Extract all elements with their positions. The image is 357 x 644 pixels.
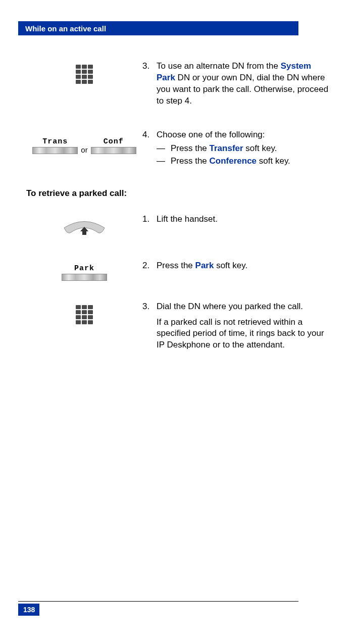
step-number: 3. [142,301,157,313]
step-b1-text: 1. Lift the handset. [142,214,331,240]
text-fragment: Press the [157,261,195,270]
step-b3-icon-col [26,301,142,352]
step-body: Lift the handset. [157,214,331,225]
step-row-b3: 3. Dial the DN where you parked the call… [26,301,331,352]
footer-rule [18,601,298,602]
step-b2-icon-col: Park [26,260,142,281]
softkey-label-trans: Trans [42,137,68,146]
step-row-4: Trans or Conf 4. Choose one of the follo… [26,129,331,168]
step-body: Choose one of the following: [157,129,331,141]
text-fragment: Press the [171,143,210,153]
step-b3-text: 3. Dial the DN where you parked the call… [142,301,331,352]
softkey-or: or [81,145,87,154]
step-row-b1: 1. Lift the handset. [26,214,331,240]
step-row-b2: Park 2. Press the Park soft key. [26,260,331,281]
text-fragment: To use an alternate DN from the [157,61,281,71]
sub-text: Press the Conference soft key. [171,156,290,167]
link-conference: Conference [210,156,257,166]
link-transfer: Transfer [210,143,243,153]
sub-text: Press the Transfer soft key. [171,143,277,155]
dash: — [157,156,171,167]
softkey-label-conf: Conf [104,137,124,146]
text-fragment: soft key. [214,261,247,270]
text-fragment: Press the [171,156,210,166]
softkey-trans: Trans [32,137,78,154]
text-fragment: DN or your own DN, dial the DN where you… [157,73,328,106]
keypad-icon [76,65,93,84]
step-body: Dial the DN where you parked the call. [157,301,331,313]
step-number: 1. [142,214,157,225]
header-bar: While on an active call [18,21,298,35]
keypad-icon [76,305,93,324]
section-title: To retrieve a parked call: [26,188,331,199]
step-3a-text: 3. To use an alternate DN from the Syste… [142,61,331,109]
softkey-label-park: Park [74,264,94,273]
step-number: 4. [142,129,157,141]
step-row-3a: 3. To use an alternate DN from the Syste… [26,61,331,109]
step-body: Press the Park soft key. [157,260,331,272]
step-4-icon-col: Trans or Conf [26,129,142,168]
step-body: To use an alternate DN from the System P… [157,61,331,107]
step-number: 2. [142,260,157,272]
content-area: 3. To use an alternate DN from the Syste… [26,61,331,371]
softkey-trans-conf: Trans or Conf [32,137,136,154]
softkey-bar [32,147,78,154]
page-number: 138 [18,604,39,616]
section-header: While on an active call [25,24,106,33]
text-fragment: soft key. [243,143,277,153]
dash: — [157,143,171,155]
softkey-bar [62,274,107,281]
handset-lift-icon [59,218,110,240]
step-b1-icon-col [26,214,142,240]
step-extra: If a parked call is not retrieved within… [157,317,331,352]
step-3a-icon-col [26,61,142,109]
link-park: Park [195,261,214,270]
softkey-conf: Conf [91,137,136,154]
text-fragment: soft key. [257,156,290,166]
step-4-text: 4. Choose one of the following: — Press … [142,129,331,168]
step-number: 3. [142,61,157,107]
softkey-park: Park [62,264,107,281]
softkey-bar [91,147,136,154]
step-b2-text: 2. Press the Park soft key. [142,260,331,281]
